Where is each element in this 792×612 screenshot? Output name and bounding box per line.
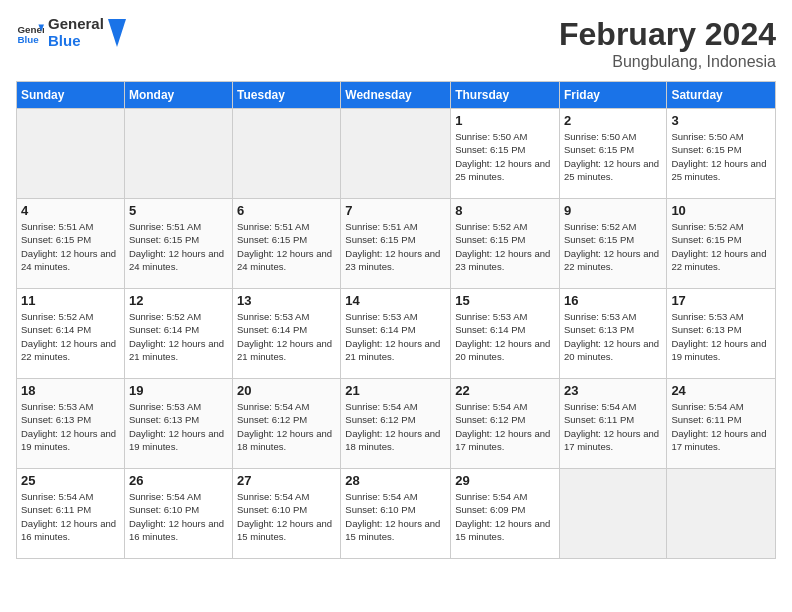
calendar-cell: 12Sunrise: 5:52 AMSunset: 6:14 PMDayligh… — [124, 289, 232, 379]
calendar-cell — [17, 109, 125, 199]
day-info: Sunrise: 5:54 AMSunset: 6:10 PMDaylight:… — [237, 490, 336, 543]
calendar-cell: 21Sunrise: 5:54 AMSunset: 6:12 PMDayligh… — [341, 379, 451, 469]
day-info: Sunrise: 5:54 AMSunset: 6:10 PMDaylight:… — [129, 490, 228, 543]
week-row-5: 25Sunrise: 5:54 AMSunset: 6:11 PMDayligh… — [17, 469, 776, 559]
day-info: Sunrise: 5:52 AMSunset: 6:15 PMDaylight:… — [671, 220, 771, 273]
day-number: 21 — [345, 383, 446, 398]
day-number: 27 — [237, 473, 336, 488]
day-info: Sunrise: 5:50 AMSunset: 6:15 PMDaylight:… — [671, 130, 771, 183]
day-number: 28 — [345, 473, 446, 488]
day-info: Sunrise: 5:54 AMSunset: 6:10 PMDaylight:… — [345, 490, 446, 543]
calendar-cell: 17Sunrise: 5:53 AMSunset: 6:13 PMDayligh… — [667, 289, 776, 379]
weekday-monday: Monday — [124, 82, 232, 109]
day-number: 8 — [455, 203, 555, 218]
weekday-friday: Friday — [559, 82, 666, 109]
day-number: 10 — [671, 203, 771, 218]
calendar-cell: 26Sunrise: 5:54 AMSunset: 6:10 PMDayligh… — [124, 469, 232, 559]
logo: General Blue General Blue — [16, 16, 126, 49]
calendar-cell: 18Sunrise: 5:53 AMSunset: 6:13 PMDayligh… — [17, 379, 125, 469]
day-info: Sunrise: 5:54 AMSunset: 6:12 PMDaylight:… — [455, 400, 555, 453]
calendar-cell: 19Sunrise: 5:53 AMSunset: 6:13 PMDayligh… — [124, 379, 232, 469]
calendar-cell: 20Sunrise: 5:54 AMSunset: 6:12 PMDayligh… — [233, 379, 341, 469]
week-row-2: 4Sunrise: 5:51 AMSunset: 6:15 PMDaylight… — [17, 199, 776, 289]
calendar-body: 1Sunrise: 5:50 AMSunset: 6:15 PMDaylight… — [17, 109, 776, 559]
week-row-3: 11Sunrise: 5:52 AMSunset: 6:14 PMDayligh… — [17, 289, 776, 379]
day-number: 5 — [129, 203, 228, 218]
day-number: 11 — [21, 293, 120, 308]
calendar-cell: 8Sunrise: 5:52 AMSunset: 6:15 PMDaylight… — [451, 199, 560, 289]
calendar-cell — [667, 469, 776, 559]
day-number: 9 — [564, 203, 662, 218]
weekday-thursday: Thursday — [451, 82, 560, 109]
day-info: Sunrise: 5:51 AMSunset: 6:15 PMDaylight:… — [129, 220, 228, 273]
day-number: 2 — [564, 113, 662, 128]
calendar-cell: 10Sunrise: 5:52 AMSunset: 6:15 PMDayligh… — [667, 199, 776, 289]
day-number: 20 — [237, 383, 336, 398]
calendar-cell — [124, 109, 232, 199]
calendar-table: SundayMondayTuesdayWednesdayThursdayFrid… — [16, 81, 776, 559]
calendar-cell: 14Sunrise: 5:53 AMSunset: 6:14 PMDayligh… — [341, 289, 451, 379]
day-info: Sunrise: 5:52 AMSunset: 6:14 PMDaylight:… — [129, 310, 228, 363]
day-info: Sunrise: 5:52 AMSunset: 6:15 PMDaylight:… — [455, 220, 555, 273]
calendar-cell: 24Sunrise: 5:54 AMSunset: 6:11 PMDayligh… — [667, 379, 776, 469]
weekday-tuesday: Tuesday — [233, 82, 341, 109]
day-info: Sunrise: 5:52 AMSunset: 6:14 PMDaylight:… — [21, 310, 120, 363]
calendar-subtitle: Bungbulang, Indonesia — [559, 53, 776, 71]
calendar-cell: 6Sunrise: 5:51 AMSunset: 6:15 PMDaylight… — [233, 199, 341, 289]
day-info: Sunrise: 5:54 AMSunset: 6:09 PMDaylight:… — [455, 490, 555, 543]
calendar-cell — [233, 109, 341, 199]
svg-text:Blue: Blue — [17, 33, 39, 44]
calendar-cell: 25Sunrise: 5:54 AMSunset: 6:11 PMDayligh… — [17, 469, 125, 559]
calendar-cell: 7Sunrise: 5:51 AMSunset: 6:15 PMDaylight… — [341, 199, 451, 289]
day-number: 23 — [564, 383, 662, 398]
week-row-1: 1Sunrise: 5:50 AMSunset: 6:15 PMDaylight… — [17, 109, 776, 199]
weekday-header-row: SundayMondayTuesdayWednesdayThursdayFrid… — [17, 82, 776, 109]
day-info: Sunrise: 5:51 AMSunset: 6:15 PMDaylight:… — [345, 220, 446, 273]
day-number: 17 — [671, 293, 771, 308]
weekday-wednesday: Wednesday — [341, 82, 451, 109]
day-number: 7 — [345, 203, 446, 218]
day-info: Sunrise: 5:53 AMSunset: 6:14 PMDaylight:… — [237, 310, 336, 363]
day-info: Sunrise: 5:54 AMSunset: 6:11 PMDaylight:… — [671, 400, 771, 453]
day-number: 18 — [21, 383, 120, 398]
calendar-cell: 1Sunrise: 5:50 AMSunset: 6:15 PMDaylight… — [451, 109, 560, 199]
day-info: Sunrise: 5:53 AMSunset: 6:14 PMDaylight:… — [455, 310, 555, 363]
logo-general: General — [48, 16, 104, 33]
calendar-cell: 9Sunrise: 5:52 AMSunset: 6:15 PMDaylight… — [559, 199, 666, 289]
calendar-cell: 22Sunrise: 5:54 AMSunset: 6:12 PMDayligh… — [451, 379, 560, 469]
day-number: 16 — [564, 293, 662, 308]
svg-marker-3 — [108, 19, 126, 47]
calendar-cell: 3Sunrise: 5:50 AMSunset: 6:15 PMDaylight… — [667, 109, 776, 199]
day-number: 13 — [237, 293, 336, 308]
day-number: 6 — [237, 203, 336, 218]
calendar-cell: 28Sunrise: 5:54 AMSunset: 6:10 PMDayligh… — [341, 469, 451, 559]
logo-triangle-icon — [108, 19, 126, 47]
day-info: Sunrise: 5:51 AMSunset: 6:15 PMDaylight:… — [21, 220, 120, 273]
day-info: Sunrise: 5:53 AMSunset: 6:14 PMDaylight:… — [345, 310, 446, 363]
day-number: 4 — [21, 203, 120, 218]
day-number: 24 — [671, 383, 771, 398]
day-info: Sunrise: 5:53 AMSunset: 6:13 PMDaylight:… — [129, 400, 228, 453]
day-number: 29 — [455, 473, 555, 488]
calendar-title: February 2024 — [559, 16, 776, 53]
logo-blue: Blue — [48, 33, 104, 50]
calendar-cell: 16Sunrise: 5:53 AMSunset: 6:13 PMDayligh… — [559, 289, 666, 379]
day-number: 25 — [21, 473, 120, 488]
day-info: Sunrise: 5:50 AMSunset: 6:15 PMDaylight:… — [564, 130, 662, 183]
day-number: 3 — [671, 113, 771, 128]
calendar-cell — [341, 109, 451, 199]
day-info: Sunrise: 5:50 AMSunset: 6:15 PMDaylight:… — [455, 130, 555, 183]
calendar-cell: 5Sunrise: 5:51 AMSunset: 6:15 PMDaylight… — [124, 199, 232, 289]
day-info: Sunrise: 5:53 AMSunset: 6:13 PMDaylight:… — [671, 310, 771, 363]
logo-icon: General Blue — [16, 19, 44, 47]
page-header: General Blue General Blue February 2024 … — [16, 16, 776, 71]
day-info: Sunrise: 5:53 AMSunset: 6:13 PMDaylight:… — [564, 310, 662, 363]
weekday-sunday: Sunday — [17, 82, 125, 109]
day-info: Sunrise: 5:54 AMSunset: 6:12 PMDaylight:… — [345, 400, 446, 453]
day-info: Sunrise: 5:54 AMSunset: 6:11 PMDaylight:… — [21, 490, 120, 543]
day-number: 15 — [455, 293, 555, 308]
day-info: Sunrise: 5:54 AMSunset: 6:12 PMDaylight:… — [237, 400, 336, 453]
calendar-cell: 13Sunrise: 5:53 AMSunset: 6:14 PMDayligh… — [233, 289, 341, 379]
calendar-cell: 27Sunrise: 5:54 AMSunset: 6:10 PMDayligh… — [233, 469, 341, 559]
calendar-cell: 2Sunrise: 5:50 AMSunset: 6:15 PMDaylight… — [559, 109, 666, 199]
